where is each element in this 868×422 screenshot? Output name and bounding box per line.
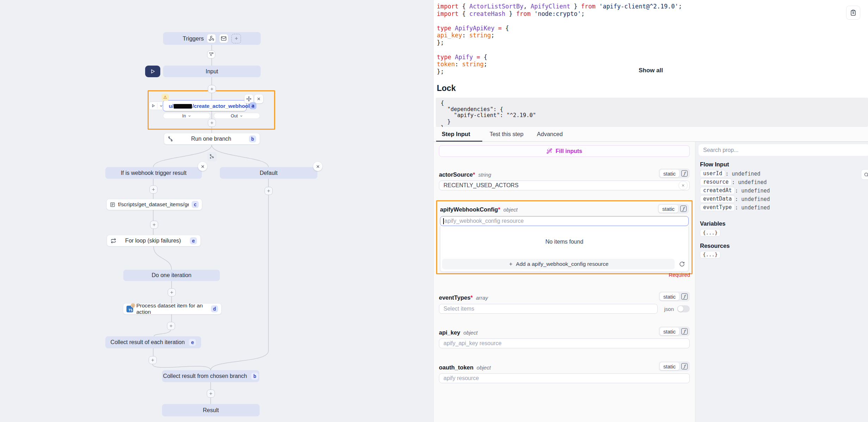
expression-mode-option[interactable]: ƒ (680, 293, 689, 300)
add-step-button[interactable] (208, 119, 216, 127)
input-mode-toggle[interactable]: static ƒ (659, 169, 690, 178)
run-step-button[interactable] (149, 104, 157, 108)
step-code-editor[interactable]: import { ActorListSortBy, ApifyClient } … (437, 3, 682, 75)
resources-badge[interactable]: {...} (700, 251, 720, 258)
process-item-label: Process dataset item for an action (136, 302, 208, 315)
input-mode-toggle[interactable]: static ƒ (658, 204, 689, 214)
triggers-node[interactable]: Triggers (163, 32, 261, 45)
run-flow-button[interactable] (145, 66, 160, 77)
show-all-button[interactable]: Show all (434, 67, 868, 74)
chevron-down-icon (188, 114, 191, 118)
prop-pill[interactable]: eventType (700, 204, 735, 211)
flow-canvas[interactable]: Triggers Input ⚠ u//create_actor_ (0, 0, 433, 422)
webhook-trigger-button[interactable] (207, 34, 216, 43)
close-icon (681, 183, 685, 188)
copy-code-button[interactable] (846, 6, 860, 20)
apifyWebhookConfig-resource-input[interactable]: apify_webhook_config resource (440, 216, 689, 226)
prop-pill[interactable]: resource (700, 178, 732, 186)
delete-branch-button[interactable] (198, 162, 207, 171)
get-dataset-label: f/scripts/get_dataset_items/get_d... (118, 201, 189, 208)
prop-value: : undefined (735, 204, 770, 211)
process-item-step[interactable]: TS Process dataset item for an action d (123, 303, 222, 314)
plus-icon (210, 121, 214, 125)
redacted-username (174, 104, 192, 109)
triggers-label: Triggers (183, 35, 204, 42)
input-mode-toggle[interactable]: static ƒ (659, 326, 690, 336)
collect-branch-node[interactable]: Collect result from chosen branch b (162, 370, 259, 382)
step-id-badge: b (251, 373, 258, 380)
search-json-button[interactable] (861, 169, 868, 180)
add-branch-button[interactable] (207, 152, 217, 161)
run-one-branch-node[interactable]: Run one branch b (164, 133, 260, 145)
default-branch-node[interactable]: Default (220, 167, 317, 179)
default-branch-label: Default (260, 170, 278, 176)
clear-value-button[interactable] (678, 181, 688, 190)
preprocessor-filter-button[interactable] (207, 50, 215, 59)
fill-inputs-button[interactable]: Fill inputs (439, 145, 690, 157)
add-step-button[interactable] (149, 356, 157, 364)
prop-value: : undefined (735, 188, 770, 194)
static-mode-option[interactable]: static (660, 328, 679, 335)
tab-test-this-step[interactable]: Test this step (490, 131, 523, 137)
function-icon: ƒ (680, 206, 687, 212)
json-toggle[interactable] (677, 305, 690, 312)
result-node-label: Result (203, 407, 219, 414)
expression-mode-option[interactable]: ƒ (680, 170, 689, 177)
refresh-resources-button[interactable] (677, 259, 687, 269)
json-toggle-group[interactable]: json (664, 305, 690, 312)
expression-mode-option[interactable]: ƒ (679, 205, 688, 213)
actorSource-input[interactable] (439, 181, 690, 190)
add-trigger-button[interactable] (231, 34, 241, 43)
add-step-button[interactable] (265, 187, 273, 195)
search-prop-input[interactable] (699, 144, 868, 156)
input-mode-toggle[interactable]: static ƒ (659, 292, 690, 301)
step-output-pill[interactable]: Out (214, 113, 260, 119)
api-key-input[interactable] (439, 338, 690, 348)
lock-code-block: { "dependencies": { "apify-client": "^2.… (436, 98, 868, 127)
add-step-button[interactable] (150, 221, 158, 229)
if-branch-node[interactable]: If is webhook trigger result (105, 167, 202, 179)
delete-branch-button[interactable] (313, 162, 322, 171)
email-trigger-button[interactable] (219, 34, 228, 43)
create-actor-webhook-step[interactable]: u//create_actor_webhook (163, 100, 247, 111)
step-id-badge: b (249, 135, 256, 142)
static-mode-option[interactable]: static (660, 170, 679, 177)
collect-iteration-node[interactable]: Collect result of each iteration e (105, 336, 201, 348)
get-dataset-step[interactable]: f/scripts/get_dataset_items/get_d... c (106, 199, 202, 210)
tab-step-input[interactable]: Step Input (442, 131, 470, 137)
add-step-button[interactable] (208, 85, 216, 93)
prop-pill[interactable]: userId (700, 170, 725, 177)
static-mode-option[interactable]: static (660, 362, 679, 370)
add-step-button[interactable] (149, 185, 157, 194)
expression-mode-option[interactable]: ƒ (680, 328, 689, 335)
plus-icon (234, 36, 239, 41)
do-one-iteration-label: Do one iteration (152, 272, 192, 279)
variables-badge[interactable]: {...} (700, 229, 720, 237)
oauth-token-input[interactable] (439, 373, 690, 383)
do-one-iteration-node[interactable]: Do one iteration (123, 270, 220, 281)
tab-advanced[interactable]: Advanced (537, 131, 563, 137)
script-icon (110, 202, 115, 207)
expression-mode-option[interactable]: ƒ (680, 362, 689, 370)
prop-pill[interactable]: eventData (700, 195, 735, 203)
delete-step-button[interactable] (254, 94, 263, 103)
search-icon (864, 172, 868, 177)
function-icon: ƒ (681, 170, 688, 177)
for-loop-node[interactable]: For loop (skip failures) e (107, 235, 201, 246)
input-node[interactable]: Input (163, 66, 261, 77)
flow-input-prop-row: userId : undefined (700, 170, 761, 177)
result-node[interactable]: Result (162, 404, 260, 416)
plus-icon (266, 189, 271, 193)
add-step-button[interactable] (167, 322, 175, 330)
eventTypes-input[interactable] (439, 304, 658, 314)
add-step-button[interactable] (168, 288, 176, 296)
input-mode-toggle[interactable]: static ƒ (659, 361, 690, 371)
static-mode-option[interactable]: static (660, 293, 679, 300)
add-resource-button[interactable]: Add a apify_webhook_config resource (442, 259, 675, 269)
static-mode-option[interactable]: static (659, 205, 678, 213)
add-step-button[interactable] (207, 390, 215, 398)
plus-icon (169, 290, 174, 295)
play-icon (151, 104, 155, 108)
prop-pill[interactable]: createdAt (700, 187, 735, 194)
step-input-pill[interactable]: In (163, 113, 210, 119)
